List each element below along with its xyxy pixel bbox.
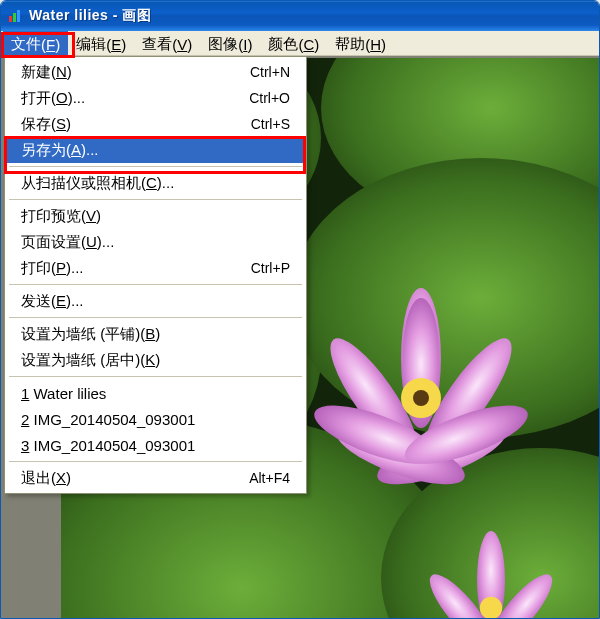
menu-colors[interactable]: 颜色(C) — [260, 31, 327, 55]
menu-separator — [9, 199, 302, 200]
menu-item-scanner[interactable]: 从扫描仪或照相机(C)... — [7, 170, 304, 196]
menu-item-page-setup[interactable]: 页面设置(U)... — [7, 229, 304, 255]
menu-item-save-as[interactable]: 另存为(A)... — [7, 137, 304, 163]
menu-edit[interactable]: 编辑(E) — [68, 31, 134, 55]
menu-item-wallpaper-tile[interactable]: 设置为墙纸 (平铺)(B) — [7, 321, 304, 347]
menu-item-exit[interactable]: 退出(X) Alt+F4 — [7, 465, 304, 491]
menu-item-recent-3[interactable]: 3 IMG_20140504_093001 — [7, 432, 304, 458]
menu-separator — [9, 166, 302, 167]
menu-item-recent-2[interactable]: 2 IMG_20140504_093001 — [7, 406, 304, 432]
menu-item-recent-1[interactable]: 1 Water lilies — [7, 380, 304, 406]
menu-file-label: 文件 — [11, 35, 41, 54]
menu-colors-label: 颜色 — [268, 35, 298, 54]
menu-view-label: 查看 — [142, 35, 172, 54]
menu-item-print-preview[interactable]: 打印预览(V) — [7, 203, 304, 229]
menu-item-save[interactable]: 保存(S) Ctrl+S — [7, 111, 304, 137]
paint-window: Water lilies - 画图 文件(F) 编辑(E) 查看(V) 图像(I… — [0, 0, 600, 619]
menu-help[interactable]: 帮助(H) — [327, 31, 394, 55]
svg-rect-2 — [17, 10, 20, 22]
menu-view[interactable]: 查看(V) — [134, 31, 200, 55]
menu-item-open[interactable]: 打开(O)... Ctrl+O — [7, 85, 304, 111]
menu-image[interactable]: 图像(I) — [200, 31, 260, 55]
menu-separator — [9, 376, 302, 377]
menu-edit-label: 编辑 — [76, 35, 106, 54]
svg-point-19 — [413, 390, 429, 406]
menu-item-print[interactable]: 打印(P)... Ctrl+P — [7, 255, 304, 281]
svg-rect-1 — [13, 13, 16, 22]
menu-item-wallpaper-center[interactable]: 设置为墙纸 (居中)(K) — [7, 347, 304, 373]
window-title: Water lilies - 画图 — [29, 7, 151, 25]
menu-file[interactable]: 文件(F) — [3, 31, 68, 55]
app-icon — [7, 8, 23, 24]
menu-separator — [9, 317, 302, 318]
menu-separator — [9, 284, 302, 285]
menu-help-label: 帮助 — [335, 35, 365, 54]
menu-item-new[interactable]: 新建(N) Ctrl+N — [7, 59, 304, 85]
file-menu-dropdown: 新建(N) Ctrl+N 打开(O)... Ctrl+O 保存(S) Ctrl+… — [4, 56, 307, 494]
menubar: 文件(F) 编辑(E) 查看(V) 图像(I) 颜色(C) 帮助(H) — [1, 31, 599, 56]
menu-image-label: 图像 — [208, 35, 238, 54]
svg-rect-0 — [9, 16, 12, 22]
menu-item-send[interactable]: 发送(E)... — [7, 288, 304, 314]
menu-separator — [9, 461, 302, 462]
titlebar: Water lilies - 画图 — [1, 1, 599, 31]
